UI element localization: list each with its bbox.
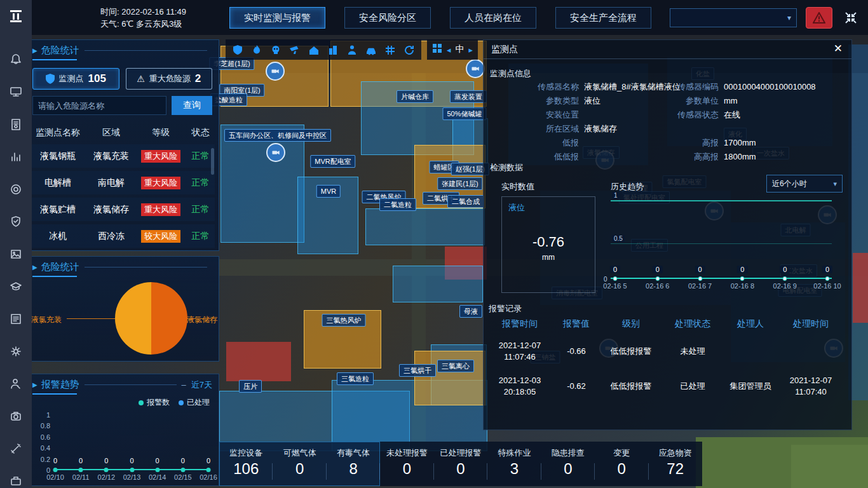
table-scrollbar[interactable] — [211, 148, 214, 175]
stat-changes[interactable]: 变更0 — [595, 442, 648, 486]
cell-status: 已处理 — [663, 381, 722, 392]
top-bar: 时间: 2022-02-16 11:49 天气: 6℃ 多云东风3级 实时监测与… — [32, 0, 868, 35]
risk-badge: 较大风险 — [141, 230, 180, 243]
level-next-arrow[interactable]: ▸ — [469, 45, 473, 55]
map-layer-toolbar — [226, 39, 421, 60]
cctv-camera-icon[interactable] — [285, 39, 304, 60]
tab-personnel-on-duty[interactable]: 人员在岗在位 — [450, 7, 536, 29]
stat-emergency-supplies[interactable]: 应急物资72 — [649, 442, 702, 486]
hazard-search-input[interactable] — [32, 96, 166, 115]
cell-time: 2021-12-07 11:07:46 — [486, 340, 553, 363]
field-value: 在线 — [724, 110, 740, 120]
cell-name: 液氯钢瓶 — [30, 151, 86, 162]
person-icon[interactable] — [342, 39, 362, 60]
monitor-point-panel: 监测点 ✕ 监测点信息 传感器名称液氯储槽_8#液氯储槽液位 参数类型液位 安装… — [483, 39, 852, 430]
alarm-button[interactable] — [806, 7, 832, 29]
monitor-icon[interactable] — [9, 85, 23, 99]
stat-label: 应急物资 — [659, 447, 692, 459]
top-right-controls: ▾ — [670, 7, 868, 29]
target-icon[interactable] — [9, 182, 23, 196]
panel-title: 报警趋势 — [41, 379, 79, 391]
stat-hazard-inspection[interactable]: 隐患排查0 — [541, 442, 595, 486]
building-icon[interactable] — [323, 39, 342, 60]
camera-marker[interactable] — [266, 143, 285, 162]
cell-level: 低低报报警 — [599, 346, 663, 357]
cell-time: 2021-12-03 20:18:05 — [486, 375, 553, 398]
shield-check-icon[interactable] — [9, 215, 23, 229]
form-list-icon[interactable] — [9, 312, 23, 326]
map-label: 片碱仓库 — [397, 90, 433, 103]
certificate-icon[interactable] — [9, 118, 23, 132]
stat-special-operations[interactable]: 特殊作业3 — [487, 442, 541, 486]
cell-name: 冰机 — [30, 231, 86, 242]
alarm-row[interactable]: 2021-12-03 20:18:05 -0.62 低低报报警 已处理 集团管理… — [486, 369, 849, 403]
col-name: 监测点名称 — [30, 127, 86, 138]
table-row[interactable]: 电解槽 南电解 重大风险 正常 — [30, 171, 215, 194]
major-hazard-button[interactable]: ⚠ 重大危险源 2 — [126, 68, 213, 90]
gauge-value: -0.76 — [502, 234, 595, 250]
worker-icon[interactable] — [9, 377, 23, 391]
col-handle-status: 处理状态 — [663, 318, 722, 330]
stat-value: 72 — [667, 460, 684, 478]
table-row[interactable]: 液氯贮槽 液氯储存 重大风险 正常 — [30, 198, 215, 221]
col-level: 等级 — [137, 127, 185, 138]
stat-value: 0 — [456, 460, 465, 478]
cell-handled-time: 2021-12-07 11:07:40 — [778, 375, 843, 398]
stat-handled-alarms[interactable]: 已处理报警0 — [434, 442, 487, 486]
camera-marker[interactable] — [466, 59, 485, 78]
col-handler: 处理人 — [722, 318, 778, 330]
home-icon[interactable] — [304, 39, 323, 60]
trend-range-label[interactable]: 近7天 — [191, 379, 212, 391]
bag-icon[interactable] — [9, 474, 23, 488]
flame-icon[interactable] — [247, 39, 266, 60]
table-row[interactable]: 液氯钢瓶 液氯充装 重大风险 正常 — [30, 144, 215, 168]
map-label: 三氯热风炉 — [322, 314, 366, 327]
field-label: 所在区域 — [484, 124, 579, 134]
map-label: 母液 — [459, 305, 482, 318]
stat-monitor-devices[interactable]: 监控设备106 — [219, 442, 273, 486]
stat-flammable-gas[interactable]: 可燃气体0 — [273, 442, 326, 486]
hazard-pie-chart: 液氯充装 液氯储存 — [26, 277, 219, 353]
time-label: 时间: — [100, 7, 119, 17]
alarm-header-row: 报警时间 报警值 级别 处理状态 处理人 处理时间 — [486, 315, 849, 334]
skull-icon[interactable] — [266, 39, 285, 60]
query-button[interactable]: 查询 — [172, 96, 212, 115]
camera-icon[interactable] — [9, 409, 23, 423]
tiles-icon[interactable] — [432, 43, 442, 56]
graduation-cap-icon[interactable] — [9, 280, 23, 294]
tools-icon[interactable] — [9, 442, 23, 456]
gear-icon[interactable] — [9, 344, 23, 358]
image-doc-icon[interactable] — [9, 247, 23, 261]
alarm-row[interactable]: 2021-12-07 11:07:46 -0.66 低低报报警 未处理 — [486, 334, 849, 369]
tab-realtime-monitoring[interactable]: 实时监测与报警 — [229, 7, 325, 29]
header-dropdown[interactable]: ▾ — [670, 8, 797, 27]
alarm-section-title: 报警记录 — [489, 303, 522, 315]
tab-safety-production[interactable]: 安全生产全流程 — [555, 7, 651, 29]
shield-icon[interactable] — [228, 39, 247, 60]
camera-marker[interactable] — [266, 62, 285, 81]
collapse-dash[interactable]: – — [182, 380, 186, 390]
gauge-param: 液位 — [508, 202, 525, 214]
cell-value: -0.62 — [553, 381, 599, 392]
tab-label: 安全生产全流程 — [570, 12, 637, 23]
car-icon[interactable] — [362, 39, 381, 60]
history-range-select[interactable]: 近6个小时 ▾ — [766, 175, 843, 193]
field-label: 高高报 — [655, 152, 719, 162]
play-icon: ▶ — [32, 381, 37, 388]
bar-chart-icon[interactable] — [9, 150, 23, 164]
grid-icon[interactable] — [381, 39, 400, 60]
fullscreen-toggle-icon[interactable] — [841, 8, 860, 27]
stat-toxic-gas[interactable]: 有毒气体8 — [327, 442, 380, 486]
table-row[interactable]: 冰机 西冷冻 较大风险 正常 — [30, 224, 215, 248]
range-value: 近6个小时 — [772, 179, 807, 189]
risk-badge: 重大风险 — [141, 177, 180, 189]
stat-unhandled-alarms[interactable]: 未处理报警0 — [380, 442, 433, 486]
level-prev-arrow[interactable]: ◂ — [447, 45, 451, 55]
bell-icon[interactable] — [9, 53, 23, 67]
tab-risk-zoning[interactable]: 安全风险分区 — [344, 7, 431, 29]
major-hazard-count: 2 — [195, 72, 201, 85]
refresh-icon[interactable] — [400, 39, 419, 60]
close-icon[interactable]: ✕ — [834, 42, 843, 55]
monitor-points-button[interactable]: 监测点 105 — [32, 68, 119, 90]
cell-name: 液氯贮槽 — [30, 204, 86, 215]
